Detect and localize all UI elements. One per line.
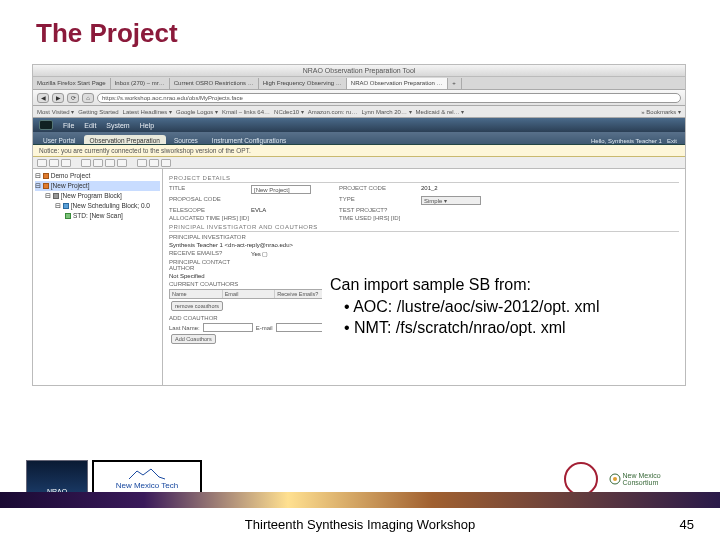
tree-node-scan[interactable]: STD: [New Scan]: [35, 211, 160, 221]
label-proposal-code: PROPOSAL CODE: [169, 196, 251, 205]
input-title[interactable]: [New Project]: [251, 185, 311, 194]
forward-button[interactable]: ▶: [52, 93, 64, 103]
sun-icon: [606, 470, 623, 488]
value-pi: Synthesis Teacher 1 <dn-act-reply@nrao.e…: [169, 242, 293, 248]
label-pi: PRINCIPAL INVESTIGATOR: [169, 234, 251, 240]
select-type[interactable]: Simple ▾: [421, 196, 481, 205]
toolbar-button[interactable]: [93, 159, 103, 167]
overlay-item: AOC: /lustre/aoc/siw-2012/opt. xml: [344, 296, 674, 318]
remove-coauthors-button[interactable]: remove coauthors: [171, 301, 223, 311]
bookmark-item[interactable]: Getting Started: [78, 109, 118, 115]
label-alloc-time: ALLOCATED TIME [HRS] [ID]: [169, 215, 251, 221]
tab-instrument[interactable]: Instrument Configurations: [206, 135, 292, 144]
tree-node-program-block[interactable]: ⊟ [New Program Block]: [35, 191, 160, 201]
bookmark-item[interactable]: NCdec10 ▾: [274, 108, 304, 115]
browser-tab[interactable]: Inbox (270) – mr…: [111, 78, 170, 89]
bookmark-item[interactable]: Latest Headlines ▾: [123, 108, 172, 115]
bookmark-item[interactable]: Kmail – links 64…: [222, 109, 270, 115]
menu-file[interactable]: File: [63, 122, 74, 129]
slide-footer: NRAO New Mexico Tech New Mexico Consorti…: [0, 456, 720, 540]
bookmark-item[interactable]: Google Logos ▾: [176, 108, 218, 115]
exit-link[interactable]: Exit: [667, 138, 677, 144]
value-project-code: 201_2: [421, 185, 438, 194]
notice-banner: Notice: you are currently connected to t…: [33, 145, 685, 157]
reload-button[interactable]: ⟳: [67, 93, 79, 103]
browser-tab[interactable]: Current OSRO Restrictions …: [170, 78, 259, 89]
value-telescope: EVLA: [251, 207, 311, 213]
label-project-code: PROJECT CODE: [339, 185, 421, 194]
browser-toolbar: ◀ ▶ ⟳ ⌂ https://s.workshop.aoc.nrao.edu/…: [33, 90, 685, 106]
label-title: TITLE: [169, 185, 251, 194]
tab-user-portal[interactable]: User Portal: [37, 135, 82, 144]
menu-edit[interactable]: Edit: [84, 122, 96, 129]
label-type: TYPE: [339, 196, 421, 205]
label-coauthors: CURRENT COAUTHORS: [169, 281, 251, 287]
label-receive-emails: RECEIVE EMAILS?: [169, 250, 251, 257]
toolbar-button[interactable]: [161, 159, 171, 167]
nrao-logo-icon: [39, 120, 53, 130]
bookmark-item[interactable]: Medicaid & rel… ▾: [416, 108, 465, 115]
nmc-logo: New Mexico Consortium: [606, 467, 692, 491]
mountain-icon: [127, 467, 167, 481]
bookmark-item[interactable]: Lynn March 20… ▾: [361, 108, 411, 115]
url-bar[interactable]: https://s.workshop.aoc.nrao.edu/obs/MyPr…: [97, 93, 681, 103]
col-name: Name: [170, 290, 223, 298]
input-email[interactable]: [276, 323, 326, 332]
project-tree: ⊟ Demo Project ⊟ [New Project] ⊟ [New Pr…: [33, 169, 163, 385]
value-contact-author: Not Specified: [169, 273, 205, 279]
menu-help[interactable]: Help: [140, 122, 154, 129]
toolbar-button[interactable]: [81, 159, 91, 167]
nrao-logo: NRAO: [26, 460, 88, 496]
add-coauthors-button[interactable]: Add Coauthors: [171, 334, 216, 344]
browser-tabstrip: Mozilla Firefox Start Page Inbox (270) –…: [33, 77, 685, 90]
overlay-heading: Can import sample SB from:: [330, 274, 674, 296]
bookmark-item[interactable]: Amazon.com: ru…: [308, 109, 358, 115]
home-button[interactable]: ⌂: [82, 93, 94, 103]
new-tab-button[interactable]: +: [448, 78, 462, 89]
tree-node-project[interactable]: ⊟ Demo Project: [35, 171, 160, 181]
browser-tab[interactable]: High Frequency Observing …: [259, 78, 347, 89]
tab-sources[interactable]: Sources: [168, 135, 204, 144]
app-menubar: File Edit System Help: [33, 118, 685, 132]
col-email: Email: [223, 290, 276, 298]
app-toolbar: [33, 157, 685, 169]
section-project-details: PROJECT DETAILS: [169, 175, 679, 183]
toolbar-button[interactable]: [149, 159, 159, 167]
bookmark-item[interactable]: Most Visited ▾: [37, 108, 74, 115]
label-add-coauthor: ADD COAUTHOR: [169, 315, 251, 321]
coauthor-table: Name Email Receive Emails?: [169, 289, 329, 299]
browser-tab[interactable]: Mozilla Firefox Start Page: [33, 78, 111, 89]
toolbar-button[interactable]: [117, 159, 127, 167]
page-number: 45: [680, 517, 694, 532]
browser-tab-active[interactable]: NRAO Observation Preparation …: [347, 78, 448, 89]
tree-node-sched-block[interactable]: ⊟ [New Scheduling Block; 0.0: [35, 201, 160, 211]
tree-node-project-selected[interactable]: ⊟ [New Project]: [35, 181, 160, 191]
back-button[interactable]: ◀: [37, 93, 49, 103]
tab-obs-prep[interactable]: Observation Preparation: [84, 135, 166, 144]
input-lastname[interactable]: [203, 323, 253, 332]
label-email: E-mail: [256, 325, 273, 331]
section-pi-coauthors: PRINCIPAL INVESTIGATOR AND COAUTHORS: [169, 224, 679, 232]
user-greeting: Hello, Synthesis Teacher 1 Exit: [591, 138, 681, 144]
toolbar-button[interactable]: [137, 159, 147, 167]
slide-title: The Project: [0, 0, 720, 49]
label-time-used: TIME USED [HRS] [ID]: [339, 215, 421, 221]
label-telescope: TELESCOPE: [169, 207, 251, 213]
overlay-item: NMT: /fs/scratch/nrao/opt. xml: [344, 317, 674, 339]
annotation-overlay: Can import sample SB from: AOC: /lustre/…: [322, 268, 682, 349]
toolbar-button[interactable]: [37, 159, 47, 167]
menu-system[interactable]: System: [106, 122, 129, 129]
label-test-project: TEST PROJECT?: [339, 207, 421, 213]
toolbar-button[interactable]: [49, 159, 59, 167]
bookmark-overflow[interactable]: » Bookmarks ▾: [641, 108, 681, 115]
aui-logo: [564, 462, 598, 496]
toolbar-button[interactable]: [61, 159, 71, 167]
checkbox-receive-emails[interactable]: Yes ▢: [251, 250, 268, 257]
decorative-band: [0, 492, 720, 508]
app-tabstrip: User Portal Observation Preparation Sour…: [33, 132, 685, 145]
nmt-logo: New Mexico Tech: [92, 460, 202, 496]
bookmark-bar: Most Visited ▾ Getting Started Latest He…: [33, 106, 685, 118]
window-titlebar: NRAO Observation Preparation Tool: [33, 65, 685, 77]
svg-point-1: [613, 477, 617, 481]
toolbar-button[interactable]: [105, 159, 115, 167]
